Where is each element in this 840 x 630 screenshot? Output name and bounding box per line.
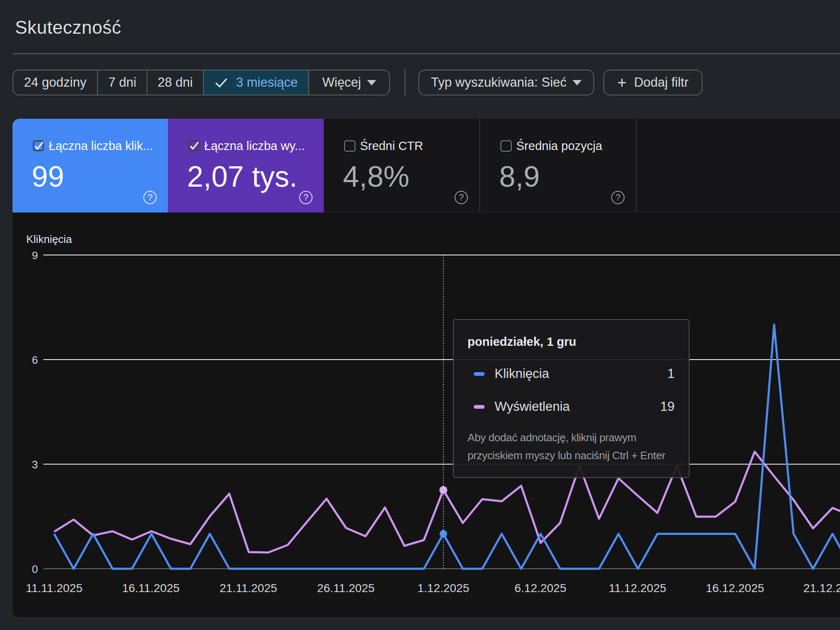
svg-text:21.11.2025: 21.11.2025 bbox=[220, 582, 277, 595]
svg-text:9: 9 bbox=[32, 249, 38, 262]
svg-text:1.12.2025: 1.12.2025 bbox=[418, 582, 470, 595]
svg-text:6.12.2025: 6.12.2025 bbox=[515, 582, 567, 595]
svg-text:11.12.2025: 11.12.2025 bbox=[609, 582, 666, 595]
svg-text:0: 0 bbox=[32, 563, 38, 575]
svg-text:26.11.2025: 26.11.2025 bbox=[317, 582, 375, 595]
svg-text:11.11.2025: 11.11.2025 bbox=[26, 582, 82, 595]
svg-text:6: 6 bbox=[32, 354, 38, 366]
svg-text:21.12.2025: 21.12.2025 bbox=[803, 582, 840, 595]
svg-text:16.12.2025: 16.12.2025 bbox=[706, 582, 764, 595]
svg-text:3: 3 bbox=[32, 458, 38, 471]
svg-text:16.11.2025: 16.11.2025 bbox=[122, 582, 180, 595]
